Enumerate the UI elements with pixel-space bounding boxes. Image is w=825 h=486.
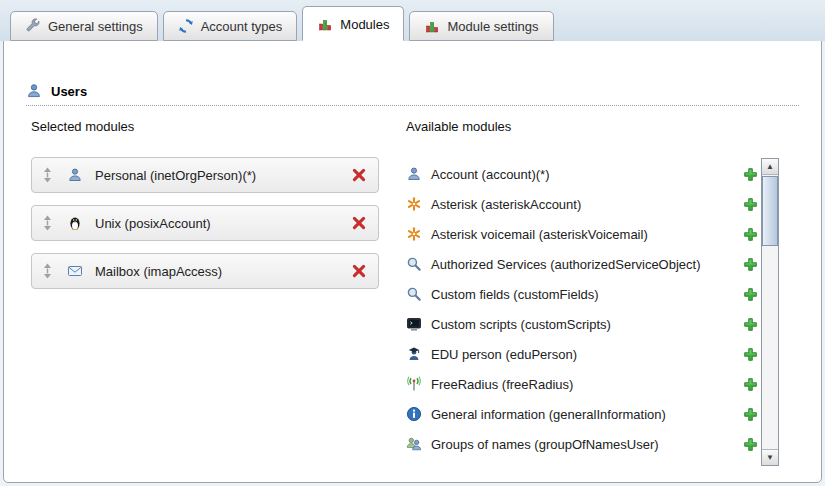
- asterisk-icon: [406, 196, 422, 212]
- terminal-icon: [406, 316, 422, 332]
- group-icon: [406, 436, 422, 452]
- module-label: EDU person (eduPerson): [431, 347, 577, 362]
- module-label: Groups of names (groupOfNamesUser): [431, 437, 659, 452]
- module-label: Unix (posixAccount): [95, 216, 211, 231]
- bar-chart-icon: [424, 18, 440, 34]
- info-icon: [406, 406, 422, 422]
- add-icon[interactable]: [743, 197, 758, 212]
- section-title: Users: [51, 84, 87, 99]
- user-icon: [26, 83, 42, 99]
- available-module-row: Custom scripts (customScripts): [406, 309, 758, 339]
- available-module-row: Asterisk (asteriskAccount): [406, 189, 758, 219]
- available-module-row: Groups of names (groupOfNamesUser): [406, 429, 758, 459]
- module-label: Custom scripts (customScripts): [431, 317, 611, 332]
- add-icon[interactable]: [743, 167, 758, 182]
- wrench-icon: [25, 18, 41, 34]
- asterisk-icon: [406, 226, 422, 242]
- add-icon[interactable]: [743, 287, 758, 302]
- add-icon[interactable]: [743, 227, 758, 242]
- module-label: Authorized Services (authorizedServiceOb…: [431, 257, 701, 272]
- module-label: Custom fields (customFields): [431, 287, 599, 302]
- section-divider: [26, 105, 799, 106]
- selected-modules-list: Personal (inetOrgPerson)(*) Unix (posixA…: [31, 157, 379, 301]
- selected-module-row[interactable]: Personal (inetOrgPerson)(*): [31, 157, 379, 193]
- section-header: Users: [26, 83, 87, 99]
- content-panel: Users Selected modules Available modules…: [3, 40, 822, 483]
- tab-label: General settings: [48, 19, 143, 34]
- available-module-row: Authorized Services (authorizedServiceOb…: [406, 249, 758, 279]
- drag-handle-icon[interactable]: [43, 215, 52, 231]
- edu-person-icon: [406, 346, 422, 362]
- magnifier-icon: [406, 256, 422, 272]
- add-icon[interactable]: [743, 377, 758, 392]
- add-icon[interactable]: [743, 257, 758, 272]
- module-label: Mailbox (imapAccess): [95, 264, 222, 279]
- module-label: FreeRadius (freeRadius): [431, 377, 573, 392]
- tab-module-settings[interactable]: Module settings: [409, 11, 553, 41]
- available-module-row: Asterisk voicemail (asteriskVoicemail): [406, 219, 758, 249]
- available-modules-heading: Available modules: [406, 119, 511, 134]
- add-icon[interactable]: [743, 437, 758, 452]
- magnifier-icon: [406, 286, 422, 302]
- scrollbar-track[interactable]: [762, 175, 778, 449]
- tab-general-settings[interactable]: General settings: [10, 11, 158, 41]
- module-label: General information (generalInformation): [431, 407, 666, 422]
- scroll-up-button[interactable]: ▲: [762, 159, 778, 175]
- tab-bar: General settings Account types Modules M…: [0, 0, 825, 41]
- add-icon[interactable]: [743, 407, 758, 422]
- tab-account-types[interactable]: Account types: [163, 11, 298, 41]
- antenna-icon: [406, 376, 422, 392]
- available-modules-scrollbar[interactable]: ▲ ▼: [761, 158, 779, 466]
- selected-modules-heading: Selected modules: [31, 119, 134, 134]
- available-module-row: EDU person (eduPerson): [406, 339, 758, 369]
- module-label: Asterisk (asteriskAccount): [431, 197, 581, 212]
- delete-icon[interactable]: [351, 263, 367, 279]
- available-module-row: Custom fields (customFields): [406, 279, 758, 309]
- tab-label: Account types: [201, 19, 283, 34]
- mail-icon: [67, 263, 83, 279]
- module-label: Personal (inetOrgPerson)(*): [95, 168, 256, 183]
- drag-handle-icon[interactable]: [43, 263, 52, 279]
- sync-icon: [178, 18, 194, 34]
- scrollbar-thumb[interactable]: [762, 176, 778, 246]
- available-module-row: Account (account)(*): [406, 159, 758, 189]
- penguin-icon: [67, 215, 83, 231]
- tab-modules[interactable]: Modules: [302, 6, 404, 41]
- delete-icon[interactable]: [351, 167, 367, 183]
- scroll-down-button[interactable]: ▼: [762, 449, 778, 465]
- add-icon[interactable]: [743, 317, 758, 332]
- arrow-up-icon: ▲: [766, 163, 774, 171]
- selected-module-row[interactable]: Mailbox (imapAccess): [31, 253, 379, 289]
- arrow-down-icon: ▼: [766, 454, 774, 462]
- tab-label: Modules: [340, 17, 389, 32]
- selected-module-row[interactable]: Unix (posixAccount): [31, 205, 379, 241]
- tab-label: Module settings: [447, 19, 538, 34]
- lam-config-page: General settings Account types Modules M…: [0, 0, 825, 486]
- person-icon: [406, 166, 422, 182]
- available-modules-list: Account (account)(*) Asterisk (asteriskA…: [406, 159, 758, 459]
- bar-chart-icon: [317, 16, 333, 32]
- module-label: Account (account)(*): [431, 167, 550, 182]
- delete-icon[interactable]: [351, 215, 367, 231]
- module-label: Asterisk voicemail (asteriskVoicemail): [431, 227, 648, 242]
- drag-handle-icon[interactable]: [43, 167, 52, 183]
- available-module-row: General information (generalInformation): [406, 399, 758, 429]
- person-icon: [67, 167, 83, 183]
- available-module-row: FreeRadius (freeRadius): [406, 369, 758, 399]
- add-icon[interactable]: [743, 347, 758, 362]
